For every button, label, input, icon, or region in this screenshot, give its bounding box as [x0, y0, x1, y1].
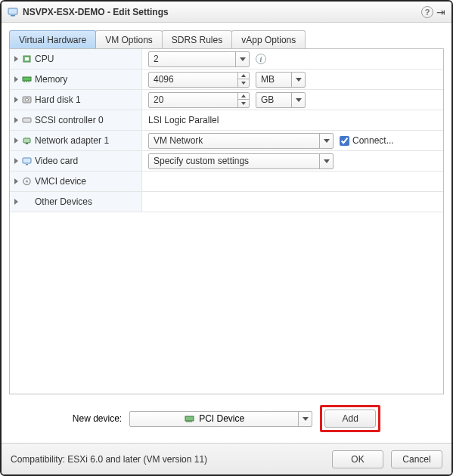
svg-rect-4 — [23, 77, 31, 81]
row-video: Video card Specify custom settings — [10, 151, 443, 172]
expand-toggle[interactable] — [14, 199, 18, 205]
row-memory: Memory 4096 MB — [10, 70, 443, 90]
row-scsi: SCSI controller 0 LSI Logic Parallel — [10, 110, 443, 131]
svg-rect-1 — [11, 15, 15, 17]
expand-icon[interactable]: ⇥ — [436, 6, 445, 18]
svg-rect-13 — [23, 158, 31, 163]
row-hard-disk: Hard disk 1 20 GB — [10, 90, 443, 110]
row-network: Network adapter 1 VM Network Connect... — [10, 131, 443, 151]
cancel-button[interactable]: Cancel — [391, 450, 442, 468]
help-icon[interactable]: ? — [421, 6, 433, 18]
cpu-icon — [21, 54, 32, 63]
disk-icon — [21, 95, 32, 104]
memory-size-spinner[interactable]: 4096 — [148, 72, 250, 88]
expand-toggle[interactable] — [14, 158, 18, 164]
tab-vapp-options[interactable]: vApp Options — [231, 30, 306, 48]
vmci-label: VMCI device — [35, 176, 86, 187]
svg-rect-11 — [23, 138, 30, 143]
cpu-count-combo[interactable]: 2 — [148, 51, 250, 67]
new-device-bar: New device: PCI Device Add — [9, 394, 444, 443]
vm-icon — [8, 8, 18, 17]
scsi-label: SCSI controller 0 — [35, 115, 104, 125]
video-icon — [21, 156, 32, 165]
settings-grid: CPU 2 i Memory 4096 — [9, 49, 444, 394]
svg-rect-14 — [26, 164, 28, 165]
svg-point-16 — [26, 181, 28, 183]
dropdown-button[interactable] — [319, 154, 333, 168]
add-button[interactable]: Add — [324, 410, 376, 428]
dropdown-button[interactable] — [235, 52, 249, 66]
svg-rect-12 — [26, 143, 28, 144]
svg-rect-3 — [25, 57, 29, 60]
compatibility-text: Compatibility: ESXi 6.0 and later (VM ve… — [11, 454, 324, 465]
new-device-combo[interactable]: PCI Device — [129, 411, 312, 427]
footer: Compatibility: ESXi 6.0 and later (VM ve… — [2, 443, 451, 474]
memory-label: Memory — [35, 74, 67, 85]
expand-toggle[interactable] — [14, 178, 18, 184]
video-combo[interactable]: Specify custom settings — [148, 153, 334, 169]
cpu-label: CPU — [35, 54, 54, 64]
row-vmci: VMCI device — [10, 172, 443, 192]
expand-toggle[interactable] — [14, 97, 18, 103]
other-label: Other Devices — [35, 196, 92, 207]
connect-checkbox[interactable] — [340, 136, 349, 146]
row-cpu: CPU 2 i — [10, 49, 443, 70]
vmci-icon — [21, 177, 32, 186]
video-label: Video card — [35, 156, 78, 166]
network-icon — [21, 136, 32, 145]
dropdown-button[interactable] — [291, 93, 305, 107]
window-title: NSVPX-ESX-DEMO - Edit Settings — [23, 7, 417, 17]
row-other: Other Devices — [10, 192, 443, 212]
tab-sdrs-rules[interactable]: SDRS Rules — [162, 30, 232, 48]
svg-point-9 — [25, 98, 28, 101]
expand-toggle[interactable] — [14, 117, 18, 123]
svg-rect-0 — [8, 8, 17, 14]
expand-toggle[interactable] — [14, 76, 18, 82]
tab-vm-options[interactable]: VM Options — [95, 30, 163, 48]
disk-label: Hard disk 1 — [35, 94, 81, 105]
memory-unit-combo[interactable]: MB — [256, 72, 306, 88]
network-combo[interactable]: VM Network — [148, 133, 334, 149]
disk-unit-combo[interactable]: GB — [256, 92, 306, 108]
info-icon[interactable]: i — [256, 54, 266, 64]
pci-icon — [184, 414, 194, 423]
connect-checkbox-wrap[interactable]: Connect... — [340, 135, 394, 146]
new-device-value: PCI Device — [199, 413, 244, 424]
titlebar: NSVPX-ESX-DEMO - Edit Settings ? ⇥ — [2, 2, 451, 23]
add-button-highlight: Add — [320, 405, 380, 432]
scsi-icon — [21, 116, 32, 125]
ok-button[interactable]: OK — [332, 450, 383, 468]
tab-bar: Virtual Hardware VM Options SDRS Rules v… — [9, 30, 444, 49]
new-device-label: New device: — [73, 413, 122, 424]
spinner-buttons[interactable] — [237, 73, 249, 87]
network-label: Network adapter 1 — [35, 135, 109, 146]
expand-toggle[interactable] — [14, 56, 18, 62]
dropdown-button[interactable] — [319, 134, 333, 148]
connect-label: Connect... — [352, 135, 394, 146]
disk-size-spinner[interactable]: 20 — [148, 92, 250, 108]
scsi-value: LSI Logic Parallel — [148, 115, 219, 125]
svg-rect-17 — [185, 416, 194, 421]
svg-rect-10 — [23, 118, 31, 122]
dropdown-button[interactable] — [291, 73, 305, 87]
memory-icon — [21, 75, 32, 84]
expand-toggle[interactable] — [14, 138, 18, 144]
dropdown-button[interactable] — [298, 412, 312, 426]
spinner-buttons[interactable] — [237, 93, 249, 107]
tab-virtual-hardware[interactable]: Virtual Hardware — [9, 30, 96, 48]
